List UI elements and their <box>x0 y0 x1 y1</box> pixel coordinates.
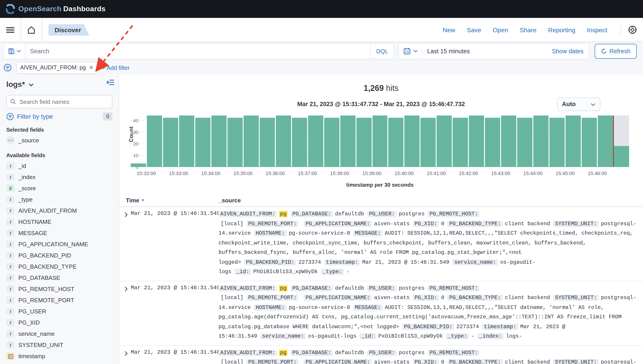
field-value-highlighted: pg <box>279 350 288 356</box>
opensearch-logo[interactable]: OpenSearchDashboards <box>5 4 106 14</box>
header-action-new[interactable]: New <box>442 26 455 33</box>
header-action-save[interactable]: Save <box>467 26 481 33</box>
histogram-bar-18[interactable] <box>421 118 436 167</box>
histogram-bar-27[interactable] <box>566 116 581 167</box>
field-item-PG_USER[interactable]: tPG_USER <box>6 306 112 317</box>
collapse-sidebar-icon[interactable] <box>106 79 114 87</box>
index-pattern-selector[interactable]: logs* <box>6 80 112 89</box>
interval-select[interactable]: Auto <box>557 98 600 111</box>
header-action-share[interactable]: Share <box>520 26 537 33</box>
dql-button[interactable]: DQL <box>370 44 394 58</box>
field-item-_id[interactable]: t_id <box>6 160 112 172</box>
time-range-value[interactable]: Last 15 minutes <box>423 48 470 54</box>
histogram-bar-15[interactable] <box>372 116 388 167</box>
field-item-_index[interactable]: t_index <box>6 172 112 183</box>
field-item-PG_DATABASE[interactable]: tPG_DATABASE <box>6 272 112 284</box>
breadcrumb-discover[interactable]: Discover <box>48 24 89 36</box>
header-divider <box>20 18 21 42</box>
filter-pill-aiven-audit-from[interactable]: AIVEN_AUDIT_FROM: pg ✕ <box>16 62 98 74</box>
menu-icon[interactable] <box>6 27 14 33</box>
filter-icon[interactable] <box>4 64 12 72</box>
field-item-service_name[interactable]: tservice_name <box>6 328 112 340</box>
histogram-bar-14[interactable] <box>356 118 372 167</box>
histogram-bar-10[interactable] <box>292 118 307 167</box>
x-tick-15:46:00: 15:46:00 <box>588 170 607 176</box>
field-key-pill: PG_APPLICATION_NAME: <box>304 220 372 227</box>
field-name: AIVEN_AUDIT_FROM <box>18 207 77 214</box>
histogram-bar-9[interactable] <box>276 116 291 167</box>
field-item-_score[interactable]: #_score <box>6 183 112 194</box>
row-source: AIVEN_AUDIT_FROM:pgPG_DATABASE:defaultdb… <box>218 348 640 364</box>
sort-desc-icon: ▼ <box>141 198 145 202</box>
histogram-bar-28[interactable] <box>582 118 597 167</box>
header-divider3 <box>620 26 621 34</box>
histogram-bar-12[interactable] <box>324 118 339 167</box>
time-column-header[interactable]: Time ▼ <box>126 197 218 204</box>
histogram-bar-24[interactable] <box>517 118 532 167</box>
histogram-bar-0[interactable] <box>131 164 146 167</box>
selected-fields-heading: Selected fields <box>6 127 112 133</box>
home-icon[interactable] <box>27 26 35 34</box>
histogram-bar-1[interactable] <box>147 116 162 167</box>
field-search-input[interactable] <box>18 98 108 106</box>
field-name: _source <box>18 137 39 144</box>
field-item-_type[interactable]: t_type <box>6 194 112 205</box>
expand-row-icon[interactable] <box>124 285 131 342</box>
field-item-PG_BACKEND_PID[interactable]: tPG_BACKEND_PID <box>6 250 112 261</box>
histogram-bar-21[interactable] <box>469 116 484 167</box>
histogram-bar-19[interactable] <box>437 116 452 167</box>
add-filter-link[interactable]: + Add filter <box>102 64 130 71</box>
field-item-MESSAGE[interactable]: tMESSAGE <box>6 228 112 239</box>
histogram-bar-13[interactable] <box>340 116 355 167</box>
number-field-icon: # <box>6 184 15 192</box>
histogram-bar-7[interactable] <box>244 116 259 167</box>
header-action-open[interactable]: Open <box>493 26 508 33</box>
histogram-bar-5[interactable] <box>211 116 226 167</box>
field-item-AIVEN_AUDIT_FROM[interactable]: tAIVEN_AUDIT_FROM <box>6 205 112 216</box>
field-item-_source[interactable]: </>_source <box>6 135 112 146</box>
histogram-bar-2[interactable] <box>163 118 178 167</box>
filter-remove-icon[interactable]: ✕ <box>89 64 93 71</box>
refresh-button[interactable]: Refresh <box>595 44 637 58</box>
histogram-bar-20[interactable] <box>453 118 468 167</box>
histogram-bar-23[interactable] <box>501 116 516 167</box>
histogram-bar-29[interactable] <box>598 116 613 167</box>
histogram-bar-6[interactable] <box>228 118 243 167</box>
expand-row-icon[interactable] <box>124 350 131 364</box>
filter-by-type[interactable]: Filter by type 0 <box>6 112 112 120</box>
histogram-bar-30[interactable] <box>614 146 629 167</box>
saved-query-button[interactable] <box>4 44 26 58</box>
histogram-chart[interactable]: Count 010203040 15:32:0015:33:0015:34:00… <box>119 113 643 192</box>
field-key-pill: PG_REMOTE_HOST: <box>428 350 480 356</box>
histogram-bar-8[interactable] <box>260 118 275 167</box>
field-item-PG_BACKEND_TYPE[interactable]: tPG_BACKEND_TYPE <box>6 261 112 272</box>
field-item-PG_REMOTE_HOST[interactable]: tPG_REMOTE_HOST <box>6 284 112 294</box>
search-input[interactable]: Search <box>26 48 370 54</box>
help-icon[interactable] <box>628 26 637 34</box>
histogram-bar-16[interactable] <box>388 118 404 167</box>
show-dates-link[interactable]: Show dates <box>552 48 589 54</box>
histogram-bar-3[interactable] <box>179 116 194 167</box>
field-item-timestamp[interactable]: timestamp <box>6 350 112 362</box>
histogram-bar-17[interactable] <box>404 116 420 167</box>
field-item-PG_APPLICATION_NAME[interactable]: tPG_APPLICATION_NAME <box>6 239 112 250</box>
field-key-pill: MESSAGE: <box>353 304 382 310</box>
histogram-bar-22[interactable] <box>485 118 500 167</box>
field-item-HOSTNAME[interactable]: tHOSTNAME <box>6 216 112 228</box>
histogram-bar-25[interactable] <box>533 116 548 167</box>
date-picker-quick-menu[interactable] <box>399 44 423 58</box>
expand-row-icon[interactable] <box>124 211 131 277</box>
field-key-pill: PG_REMOTE_PORT: <box>246 294 298 301</box>
histogram-plot-area[interactable]: 010203040 <box>130 113 630 167</box>
field-item-PG_XID[interactable]: tPG_XID <box>6 317 112 328</box>
field-value: - <box>346 269 349 275</box>
histogram-bar-11[interactable] <box>308 116 323 167</box>
header-action-reporting[interactable]: Reporting <box>548 26 575 33</box>
header-action-inspect[interactable]: Inspect <box>587 26 607 33</box>
field-name: PG_DATABASE <box>18 274 60 281</box>
field-search-box[interactable] <box>6 95 112 108</box>
histogram-bar-4[interactable] <box>195 118 210 167</box>
field-item-PG_REMOTE_PORT[interactable]: tPG_REMOTE_PORT <box>6 294 112 306</box>
field-item-SYSTEMD_UNIT[interactable]: tSYSTEMD_UNIT <box>6 340 112 350</box>
histogram-bar-26[interactable] <box>550 118 565 167</box>
